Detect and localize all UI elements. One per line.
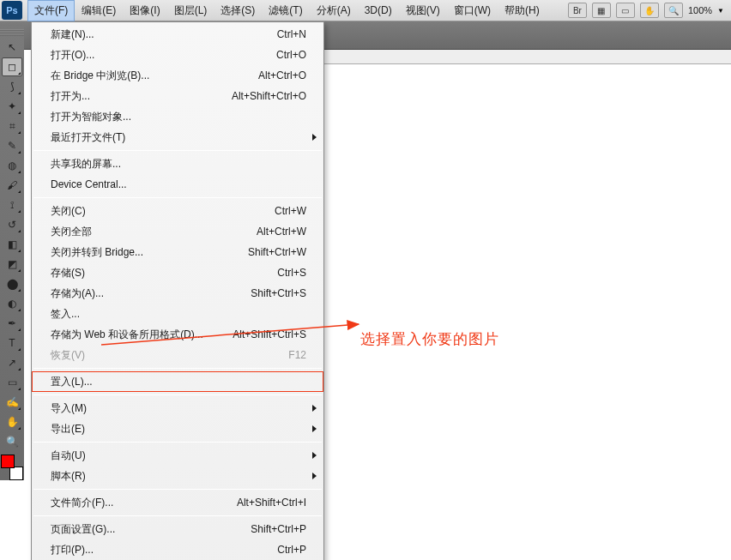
blur-tool-icon[interactable]: ⬤ (2, 274, 22, 293)
dodge-tool-icon[interactable]: ◐ (2, 294, 22, 313)
menu-open[interactable]: 打开(O)...Ctrl+O (32, 45, 323, 65)
submenu-arrow-icon (312, 134, 317, 141)
menu-device-central[interactable]: Device Central... (32, 174, 323, 195)
annotation-arrow-icon (101, 316, 367, 350)
menu-page-setup[interactable]: 页面设置(G)...Shift+Ctrl+P (32, 519, 323, 539)
menu-separator (33, 515, 322, 516)
menu-select[interactable]: 选择(S) (214, 0, 262, 21)
menu-close-all[interactable]: 关闭全部Alt+Ctrl+W (32, 221, 323, 242)
submenu-arrow-icon (312, 425, 317, 432)
notes-tool-icon[interactable]: ✍ (2, 393, 22, 412)
move-tool-icon[interactable]: ↖ (2, 38, 22, 57)
lasso-tool-icon[interactable]: ⟆ (2, 77, 22, 96)
menu-file[interactable]: 文件(F) (27, 0, 75, 21)
annotation-text: 选择置入你要的图片 (360, 329, 499, 349)
menu-place[interactable]: 置入(L)... (32, 371, 323, 392)
submenu-arrow-icon (312, 405, 317, 412)
menu-view[interactable]: 视图(V) (399, 0, 447, 21)
menu-separator (33, 394, 322, 395)
file-menu-dropdown: 新建(N)...Ctrl+N 打开(O)...Ctrl+O 在 Bridge 中… (31, 21, 324, 560)
type-tool-icon[interactable]: T (2, 334, 22, 352)
menu-separator (33, 442, 322, 443)
hand-button-icon[interactable]: ✋ (640, 3, 659, 18)
menu-share-screen[interactable]: 共享我的屏幕... (32, 154, 323, 174)
submenu-arrow-icon (312, 473, 317, 479)
menu-layer[interactable]: 图层(L) (167, 0, 214, 21)
toolbox: ↖ ◻ ⟆ ✦ ⌗ ✎ ◍ 🖌 ⟟ ↺ ◧ ◩ ⬤ ◐ ✒ T ↗ ▭ ✍ ✋ … (0, 26, 24, 480)
history-brush-tool-icon[interactable]: ↺ (2, 215, 22, 234)
menu-separator (33, 197, 322, 198)
menu-image[interactable]: 图像(I) (123, 0, 166, 21)
submenu-arrow-icon (312, 452, 317, 459)
crop-tool-icon[interactable]: ⌗ (2, 117, 22, 135)
grid-button-icon[interactable]: ▦ (592, 3, 611, 18)
menubar-right: Br ▦ ▭ ✋ 🔍 100% ▼ (568, 3, 731, 18)
zoom-button-icon[interactable]: 🔍 (664, 3, 683, 18)
menu-save-as[interactable]: 存储为(A)...Shift+Ctrl+S (32, 283, 323, 304)
menu-help[interactable]: 帮助(H) (498, 0, 547, 21)
eraser-tool-icon[interactable]: ◧ (2, 235, 22, 254)
menu-close-goto-bridge[interactable]: 关闭并转到 Bridge...Shift+Ctrl+W (32, 242, 323, 262)
menu-3d[interactable]: 3D(D) (358, 1, 399, 20)
marquee-tool-icon[interactable]: ◻ (2, 57, 22, 76)
eyedropper-tool-icon[interactable]: ✎ (2, 136, 22, 155)
gradient-tool-icon[interactable]: ◩ (2, 255, 22, 274)
menu-browse-in-bridge[interactable]: 在 Bridge 中浏览(B)...Alt+Ctrl+O (32, 65, 323, 86)
menu-export[interactable]: 导出(E) (32, 418, 323, 439)
menu-separator (33, 368, 322, 369)
pen-tool-icon[interactable]: ✒ (2, 314, 22, 333)
foreground-color[interactable] (1, 455, 15, 468)
menu-new[interactable]: 新建(N)...Ctrl+N (32, 24, 323, 45)
menu-open-as[interactable]: 打开为...Alt+Shift+Ctrl+O (32, 86, 323, 106)
stamp-tool-icon[interactable]: ⟟ (2, 196, 22, 214)
menu-recent-files[interactable]: 最近打开文件(T) (32, 127, 323, 148)
color-swatches[interactable] (1, 455, 23, 480)
background-color[interactable] (9, 467, 23, 480)
photoshop-logo: Ps (2, 1, 22, 20)
menu-save[interactable]: 存储(S)Ctrl+S (32, 262, 323, 283)
menu-filter[interactable]: 滤镜(T) (262, 0, 309, 21)
menu-analysis[interactable]: 分析(A) (310, 0, 358, 21)
menu-print[interactable]: 打印(P)...Ctrl+P (32, 539, 323, 560)
healing-tool-icon[interactable]: ◍ (2, 156, 22, 175)
menu-automate[interactable]: 自动(U) (32, 445, 323, 466)
hand-tool-icon[interactable]: ✋ (2, 412, 22, 431)
path-tool-icon[interactable]: ↗ (2, 353, 22, 372)
svg-line-0 (101, 324, 359, 345)
menu-import[interactable]: 导入(M) (32, 398, 323, 418)
menu-close[interactable]: 关闭(C)Ctrl+W (32, 201, 323, 221)
menu-scripts[interactable]: 脚本(R) (32, 466, 323, 486)
brush-tool-icon[interactable]: 🖌 (2, 176, 22, 195)
menu-edit[interactable]: 编辑(E) (75, 0, 123, 21)
wand-tool-icon[interactable]: ✦ (2, 97, 22, 116)
toolbox-grip[interactable] (0, 29, 24, 36)
menu-window[interactable]: 窗口(W) (447, 0, 498, 21)
bridge-button-icon[interactable]: Br (568, 3, 587, 18)
menu-separator (33, 150, 322, 151)
menu-file-info[interactable]: 文件简介(F)...Alt+Shift+Ctrl+I (32, 492, 323, 513)
screen-mode-icon[interactable]: ▭ (616, 3, 635, 18)
menu-open-as-smart[interactable]: 打开为智能对象... (32, 106, 323, 127)
zoom-tool-icon[interactable]: 🔍 (2, 432, 22, 451)
menu-bar: Ps 文件(F) 编辑(E) 图像(I) 图层(L) 选择(S) 滤镜(T) 分… (0, 0, 731, 21)
rectangle-tool-icon[interactable]: ▭ (2, 373, 22, 392)
zoom-level[interactable]: 100% (688, 5, 712, 15)
zoom-dropdown-icon[interactable]: ▼ (717, 7, 724, 15)
menu-separator (33, 489, 322, 490)
